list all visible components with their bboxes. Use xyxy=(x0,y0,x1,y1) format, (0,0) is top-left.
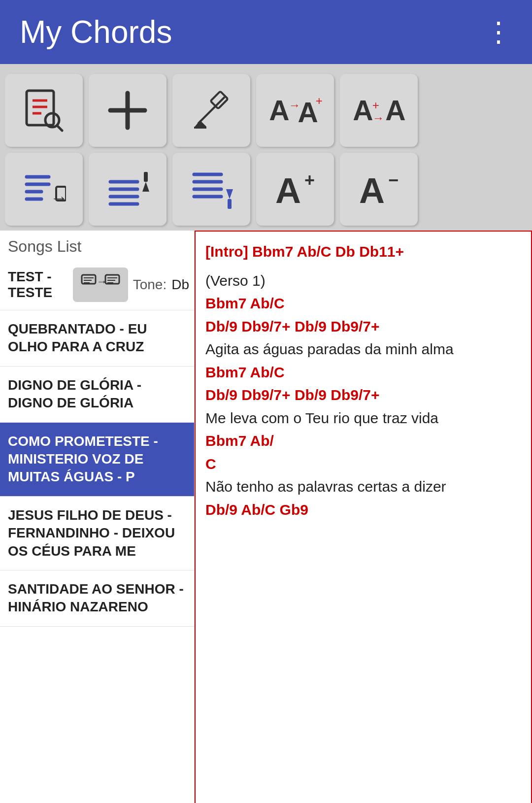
convert-icon: → xyxy=(81,272,120,297)
search-doc-icon xyxy=(22,88,66,133)
svg-text:A: A xyxy=(353,95,373,126)
chord-line: Db/9 Db9/7+ Db/9 Db9/7+ xyxy=(205,384,521,407)
toolbar-row-1: A → A + A + → A xyxy=(5,74,527,147)
svg-marker-10 xyxy=(194,120,206,128)
svg-rect-31 xyxy=(144,172,148,182)
list-item[interactable]: SANTIDADE AO SENHOR - HINÁRIO NAZARENO xyxy=(0,570,194,627)
svg-text:+: + xyxy=(372,99,379,112)
toolbar: A → A + A + → A → xyxy=(0,64,532,231)
list-item[interactable]: DIGNO DE GLÓRIA - DIGNO DE GLÓRIA xyxy=(0,367,194,423)
song-title: TEST - TESTE xyxy=(8,269,73,301)
menu-button[interactable]: ⋮ xyxy=(485,18,512,46)
list-item[interactable]: TEST - TESTE → Tone: xyxy=(0,260,194,310)
chord-line: Bbm7 Ab/C xyxy=(205,292,521,315)
svg-text:A: A xyxy=(269,95,289,126)
lyric-line: (Verso 1) xyxy=(205,269,521,293)
svg-marker-30 xyxy=(142,182,149,192)
convert-chords-button[interactable]: → xyxy=(73,268,128,302)
list-scroll-up-button[interactable] xyxy=(89,153,166,226)
edit-icon xyxy=(189,88,233,133)
svg-text:+: + xyxy=(304,170,315,190)
tone-area: → Tone: Db xyxy=(73,268,189,302)
spacer xyxy=(205,264,521,269)
chord-text: Db/9 Db9/7+ Db/9 Db9/7+ xyxy=(205,318,379,335)
songs-panel: Songs List TEST - TESTE → xyxy=(0,231,195,803)
text-size-decrease-button[interactable]: A − xyxy=(340,153,418,226)
font-down-icon: A + → A xyxy=(352,93,406,128)
app-header: My Chords ⋮ xyxy=(0,0,532,64)
list-item[interactable]: JESUS FILHO DE DEUS - FERNANDINHO - DEIX… xyxy=(0,497,194,570)
lyric-text: Não tenho as palavras certas a dizer xyxy=(205,478,446,495)
chord-line: Db/9 Ab/C Gb9 xyxy=(205,499,521,522)
font-up-icon: A → A + xyxy=(268,93,322,128)
lyric-text: Me leva com o Teu rio que traz vida xyxy=(205,410,438,426)
text-plus-icon: A + xyxy=(273,167,317,211)
list-export-button[interactable]: → xyxy=(5,153,83,226)
chord-text: C xyxy=(205,456,216,472)
chord-line: [Intro] Bbm7 Ab/C Db Db11+ xyxy=(205,240,521,264)
list-item[interactable]: QUEBRANTADO - EU OLHO PARA A CRUZ xyxy=(0,310,194,367)
svg-text:−: − xyxy=(388,170,399,190)
text-minus-icon: A − xyxy=(357,167,401,211)
chord-line-split: Bbm7 Ab/ xyxy=(205,430,521,453)
chord-line: Db/9 Db9/7+ Db/9 Db9/7+ xyxy=(205,315,521,338)
font-decrease-button[interactable]: A + → A xyxy=(340,74,418,147)
lyric-line: Agita as águas paradas da minh alma xyxy=(205,338,521,361)
list-up-icon xyxy=(105,167,150,211)
svg-marker-36 xyxy=(226,189,233,199)
songs-list-label: Songs List xyxy=(0,231,194,260)
svg-text:A: A xyxy=(359,171,385,210)
chord-text: Bbm7 Ab/C xyxy=(205,295,285,311)
chord-text: [Intro] Bbm7 Ab/C Db Db11+ xyxy=(205,243,404,260)
svg-text:→: → xyxy=(50,188,66,208)
svg-rect-37 xyxy=(228,199,232,209)
lyric-line: Me leva com o Teu rio que traz vida xyxy=(205,407,521,430)
main-content: Songs List TEST - TESTE → xyxy=(0,231,532,803)
svg-text:A: A xyxy=(275,171,301,210)
add-button[interactable] xyxy=(89,74,166,147)
text-size-increase-button[interactable]: A + xyxy=(256,153,334,226)
chord-text: Db/9 Ab/C Gb9 xyxy=(205,502,308,518)
lyric-text: Agita as águas paradas da minh alma xyxy=(205,341,454,357)
svg-text:A: A xyxy=(298,97,318,128)
font-increase-button[interactable]: A → A + xyxy=(256,74,334,147)
tone-value: Db xyxy=(171,277,189,293)
chord-text: Bbm7 Ab/C xyxy=(205,364,285,380)
list-item[interactable]: COMO PROMETESTE - MINISTERIO VOZ DE MUIT… xyxy=(0,423,194,497)
lyric-text: (Verso 1) xyxy=(205,272,266,289)
svg-text:→: → xyxy=(372,111,384,125)
svg-rect-8 xyxy=(210,91,228,108)
svg-text:A: A xyxy=(385,95,405,126)
chord-text: Db/9 Db9/7+ Db/9 Db9/7+ xyxy=(205,387,379,403)
chord-display-panel: [Intro] Bbm7 Ab/C Db Db11+ (Verso 1) Bbm… xyxy=(195,231,532,803)
plus-icon xyxy=(105,88,150,133)
toolbar-row-2: → xyxy=(5,153,527,226)
tone-prefix: Tone: xyxy=(133,277,167,293)
svg-line-5 xyxy=(57,126,62,131)
chord-line: C xyxy=(205,453,521,476)
list-down-icon xyxy=(189,167,233,211)
lyric-line: Não tenho as palavras certas a dizer xyxy=(205,475,521,499)
svg-text:+: + xyxy=(316,94,322,107)
app-title: My Chords xyxy=(20,14,172,50)
chord-line: Bbm7 Ab/C xyxy=(205,361,521,384)
list-scroll-down-button[interactable] xyxy=(172,153,250,226)
chord-text: Bbm7 Ab/ xyxy=(205,430,521,453)
list-export-icon: → xyxy=(22,167,66,211)
edit-button[interactable] xyxy=(172,74,250,147)
search-doc-button[interactable] xyxy=(5,74,83,147)
